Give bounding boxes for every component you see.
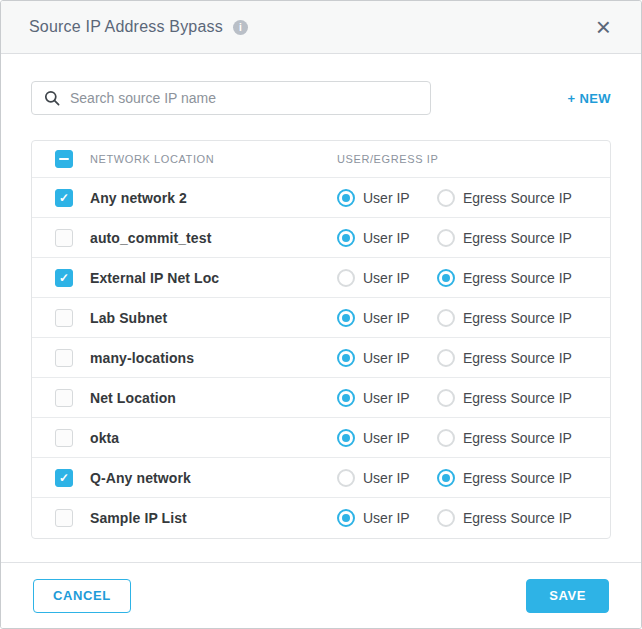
column-header-network-location: NETWORK LOCATION: [90, 153, 337, 165]
radio-label: User IP: [363, 190, 410, 206]
radio-label: Egress Source IP: [463, 310, 572, 326]
user-ip-option[interactable]: User IP: [337, 389, 437, 407]
close-icon[interactable]: ×: [594, 14, 613, 40]
radio-label: User IP: [363, 390, 410, 406]
table-row: Lab SubnetUser IPEgress Source IP: [32, 298, 610, 338]
radio-icon[interactable]: [337, 469, 355, 487]
radio-label: User IP: [363, 270, 410, 286]
radio-icon[interactable]: [337, 229, 355, 247]
radio-icon[interactable]: [437, 509, 455, 527]
radio-icon[interactable]: [437, 269, 455, 287]
radio-icon[interactable]: [437, 389, 455, 407]
network-location-name: Q-Any network: [90, 470, 337, 486]
select-all-checkbox[interactable]: [55, 150, 73, 168]
user-ip-option[interactable]: User IP: [337, 269, 437, 287]
radio-icon[interactable]: [437, 429, 455, 447]
table-row: oktaUser IPEgress Source IP: [32, 418, 610, 458]
radio-label: Egress Source IP: [463, 230, 572, 246]
radio-label: User IP: [363, 470, 410, 486]
radio-label: Egress Source IP: [463, 270, 572, 286]
row-checkbox[interactable]: [55, 389, 73, 407]
row-checkbox[interactable]: [55, 349, 73, 367]
network-location-name: Sample IP List: [90, 510, 337, 526]
user-ip-option[interactable]: User IP: [337, 429, 437, 447]
radio-label: User IP: [363, 230, 410, 246]
user-ip-option[interactable]: User IP: [337, 229, 437, 247]
modal-footer: CANCEL SAVE: [1, 562, 641, 628]
new-button[interactable]: + NEW: [567, 91, 611, 106]
network-location-name: many-locations: [90, 350, 337, 366]
user-ip-option[interactable]: User IP: [337, 309, 437, 327]
table-row: many-locationsUser IPEgress Source IP: [32, 338, 610, 378]
network-location-name: Net Location: [90, 390, 337, 406]
row-checkbox[interactable]: [55, 429, 73, 447]
egress-source-ip-option[interactable]: Egress Source IP: [437, 189, 572, 207]
modal-header: Source IP Address Bypass i ×: [1, 1, 641, 54]
page-title: Source IP Address Bypass: [29, 18, 223, 36]
radio-icon[interactable]: [437, 229, 455, 247]
table-row: ✓Q-Any networkUser IPEgress Source IP: [32, 458, 610, 498]
cancel-button[interactable]: CANCEL: [33, 579, 131, 613]
info-icon[interactable]: i: [233, 20, 248, 35]
table-row: ✓External IP Net LocUser IPEgress Source…: [32, 258, 610, 298]
radio-label: Egress Source IP: [463, 470, 572, 486]
network-locations-table: NETWORK LOCATION USER/EGRESS IP ✓Any net…: [31, 140, 611, 539]
network-location-name: auto_commit_test: [90, 230, 337, 246]
row-checkbox[interactable]: [55, 509, 73, 527]
radio-label: Egress Source IP: [463, 510, 572, 526]
row-checkbox[interactable]: ✓: [55, 189, 73, 207]
user-ip-option[interactable]: User IP: [337, 349, 437, 367]
radio-icon[interactable]: [437, 189, 455, 207]
save-button[interactable]: SAVE: [526, 579, 609, 613]
user-ip-option[interactable]: User IP: [337, 189, 437, 207]
table-row: ✓Any network 2User IPEgress Source IP: [32, 178, 610, 218]
search-box[interactable]: [31, 81, 431, 115]
row-checkbox[interactable]: [55, 229, 73, 247]
radio-icon[interactable]: [337, 189, 355, 207]
search-input[interactable]: [70, 90, 418, 106]
egress-source-ip-option[interactable]: Egress Source IP: [437, 469, 572, 487]
egress-source-ip-option[interactable]: Egress Source IP: [437, 389, 572, 407]
radio-icon[interactable]: [337, 509, 355, 527]
radio-label: User IP: [363, 350, 410, 366]
row-checkbox[interactable]: [55, 309, 73, 327]
radio-icon[interactable]: [437, 349, 455, 367]
radio-icon[interactable]: [437, 309, 455, 327]
user-ip-option[interactable]: User IP: [337, 469, 437, 487]
radio-label: User IP: [363, 510, 410, 526]
search-icon: [44, 90, 60, 106]
source-ip-bypass-modal: Source IP Address Bypass i × + NEW NETWO…: [0, 0, 642, 629]
toolbar: + NEW: [1, 54, 641, 140]
radio-label: Egress Source IP: [463, 430, 572, 446]
table-row: auto_commit_testUser IPEgress Source IP: [32, 218, 610, 258]
radio-icon[interactable]: [337, 429, 355, 447]
column-header-user-egress-ip: USER/EGRESS IP: [337, 153, 438, 165]
network-location-name: Any network 2: [90, 190, 337, 206]
radio-label: User IP: [363, 430, 410, 446]
egress-source-ip-option[interactable]: Egress Source IP: [437, 349, 572, 367]
egress-source-ip-option[interactable]: Egress Source IP: [437, 429, 572, 447]
radio-icon[interactable]: [437, 469, 455, 487]
radio-icon[interactable]: [337, 389, 355, 407]
radio-label: Egress Source IP: [463, 350, 572, 366]
egress-source-ip-option[interactable]: Egress Source IP: [437, 509, 572, 527]
radio-icon[interactable]: [337, 269, 355, 287]
table-body: ✓Any network 2User IPEgress Source IPaut…: [32, 178, 610, 538]
radio-label: User IP: [363, 310, 410, 326]
radio-icon[interactable]: [337, 309, 355, 327]
network-location-name: Lab Subnet: [90, 310, 337, 326]
network-location-name: okta: [90, 430, 337, 446]
radio-icon[interactable]: [337, 349, 355, 367]
row-checkbox[interactable]: ✓: [55, 469, 73, 487]
egress-source-ip-option[interactable]: Egress Source IP: [437, 229, 572, 247]
egress-source-ip-option[interactable]: Egress Source IP: [437, 269, 572, 287]
egress-source-ip-option[interactable]: Egress Source IP: [437, 309, 572, 327]
radio-label: Egress Source IP: [463, 390, 572, 406]
network-location-name: External IP Net Loc: [90, 270, 337, 286]
table-row: Net LocationUser IPEgress Source IP: [32, 378, 610, 418]
table-row: Sample IP ListUser IPEgress Source IP: [32, 498, 610, 538]
row-checkbox[interactable]: ✓: [55, 269, 73, 287]
user-ip-option[interactable]: User IP: [337, 509, 437, 527]
radio-label: Egress Source IP: [463, 190, 572, 206]
table-header-row: NETWORK LOCATION USER/EGRESS IP: [32, 141, 610, 178]
